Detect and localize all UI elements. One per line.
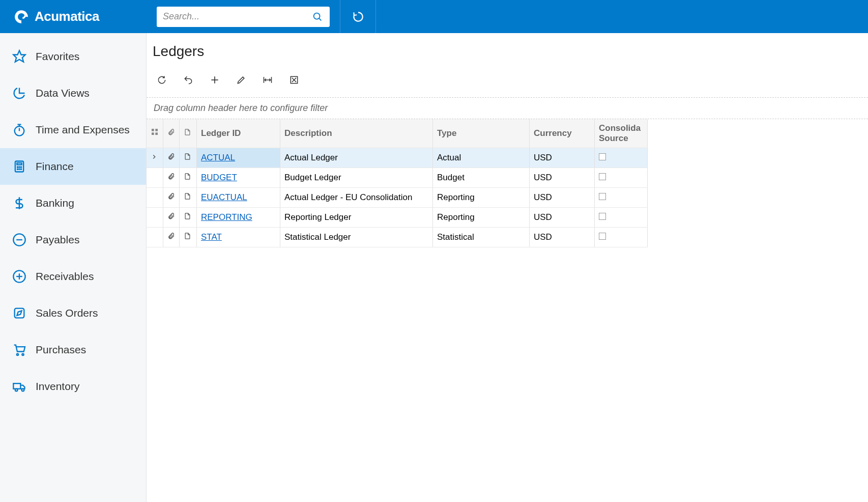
edit-button[interactable] [230,71,252,89]
col-head-selector[interactable] [147,119,163,148]
svg-rect-24 [15,309,24,318]
sidebar-item-purchases[interactable]: Purchases [0,331,146,368]
table-row[interactable]: BUDGETBudget LedgerBudgetUSD [147,168,648,187]
sidebar-item-favorites[interactable]: Favorites [0,38,146,75]
svg-point-12 [17,166,18,167]
ledgers-grid: Ledger ID Description Type Currency Cons… [147,119,648,247]
table-row[interactable]: EUACTUALActual Ledger - EU Consolidation… [147,187,648,207]
row-files-icon[interactable] [163,227,180,247]
sidebar-item-label: Banking [36,197,74,209]
sidebar-item-label: Favorites [36,50,79,63]
sidebar-item-label: Data Views [36,87,90,99]
cell-currency: USD [530,207,595,227]
svg-point-25 [17,354,19,356]
cell-type: Budget [433,168,530,187]
svg-point-16 [19,169,19,170]
star-icon [12,49,26,64]
sidebar-item-time-expenses[interactable]: Time and Expenses [0,111,146,148]
sidebar-item-label: Finance [36,160,74,173]
svg-rect-27 [13,383,20,389]
row-files-icon[interactable] [163,207,180,227]
cell-description: Actual Ledger - EU Consolidation [280,187,433,207]
undo-button[interactable] [177,71,199,89]
row-expand[interactable] [147,227,163,247]
cell-type: Actual [433,148,530,168]
table-row[interactable]: REPORTINGReporting LedgerReportingUSD [147,207,648,227]
svg-point-15 [17,169,18,170]
svg-rect-38 [152,129,154,131]
row-files-icon[interactable] [163,148,180,168]
cell-consolidation-source[interactable] [595,227,648,247]
refresh-button[interactable] [151,71,173,89]
search-icon[interactable] [308,8,327,26]
cell-ledger-id[interactable]: BUDGET [197,168,280,187]
cell-consolidation-source[interactable] [595,207,648,227]
svg-point-17 [21,169,21,170]
svg-rect-40 [152,133,154,135]
svg-point-3 [314,13,320,19]
sidebar-item-data-views[interactable]: Data Views [0,75,146,111]
cell-ledger-id[interactable]: EUACTUAL [197,187,280,207]
svg-rect-41 [155,133,158,135]
sidebar-item-banking[interactable]: Banking [0,185,146,221]
cell-currency: USD [530,168,595,187]
stopwatch-icon [12,123,26,137]
cell-consolidation-source[interactable] [595,187,648,207]
col-head-currency[interactable]: Currency [530,119,595,148]
svg-line-4 [319,18,321,20]
grid-filter-bar[interactable]: Drag column header here to configure fil… [147,98,868,119]
pie-icon [12,86,26,100]
row-notes-icon[interactable] [180,187,197,207]
col-head-consolidation[interactable]: Consolida Source [595,119,648,148]
calculator-icon [12,159,26,174]
logo[interactable]: Acumatica [0,0,147,33]
top-bar: Acumatica [0,0,868,33]
search-input[interactable] [163,11,308,22]
cell-description: Statistical Ledger [280,227,433,247]
col-head-description[interactable]: Description [280,119,433,148]
row-files-icon[interactable] [163,187,180,207]
cell-ledger-id[interactable]: REPORTING [197,207,280,227]
row-notes-icon[interactable] [180,227,197,247]
sidebar-item-receivables[interactable]: Receivables [0,258,146,295]
cell-description: Reporting Ledger [280,207,433,227]
search-box[interactable] [157,7,330,27]
plus-circle-icon [12,269,26,284]
row-files-icon[interactable] [163,168,180,187]
row-notes-icon[interactable] [180,168,197,187]
svg-point-28 [15,389,18,392]
table-row[interactable]: STATStatistical LedgerStatisticalUSD [147,227,648,247]
col-head-notes[interactable] [180,119,197,148]
sidebar-item-sales-orders[interactable]: Sales Orders [0,295,146,331]
svg-point-13 [19,166,19,167]
cell-consolidation-source[interactable] [595,148,648,168]
sidebar-item-finance[interactable]: Finance [0,148,146,185]
cell-consolidation-source[interactable] [595,168,648,187]
fit-columns-button[interactable] [256,71,279,89]
sidebar-item-inventory[interactable]: Inventory [0,368,146,405]
row-notes-icon[interactable] [180,148,197,168]
sidebar-item-payables[interactable]: Payables [0,221,146,258]
row-expand[interactable] [147,168,163,187]
svg-rect-39 [155,129,158,131]
row-expand[interactable] [147,207,163,227]
add-button[interactable] [204,71,226,89]
cell-ledger-id[interactable]: STAT [197,227,280,247]
cell-ledger-id[interactable]: ACTUAL [197,148,280,168]
row-expand[interactable] [147,187,163,207]
export-button[interactable] [283,71,305,89]
search-area [147,0,340,33]
col-head-files[interactable] [163,119,180,148]
svg-point-26 [22,354,24,356]
col-head-ledger-id[interactable]: Ledger ID [197,119,280,148]
sidebar: FavoritesData ViewsTime and ExpensesFina… [0,33,147,502]
activity-button[interactable] [340,0,376,33]
row-expand[interactable] [147,148,163,168]
row-notes-icon[interactable] [180,207,197,227]
col-head-type[interactable]: Type [433,119,530,148]
grid-wrap: Drag column header here to configure fil… [147,97,868,502]
cell-type: Statistical [433,227,530,247]
logo-text: Acumatica [35,9,99,24]
cell-currency: USD [530,227,595,247]
table-row[interactable]: ACTUALActual LedgerActualUSD [147,148,648,168]
